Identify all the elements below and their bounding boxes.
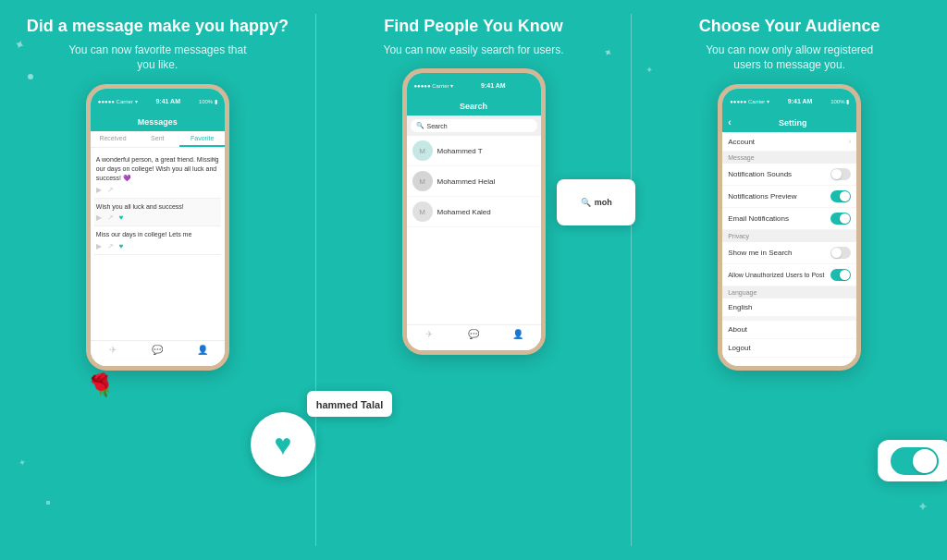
msg-text-3: Miss our days in college! Lets me: [96, 230, 219, 239]
notifications-preview-label: Notifications Preview: [728, 192, 796, 201]
allow-unauthorized-toggle[interactable]: [830, 269, 851, 281]
search-icon-sm: 🔍: [416, 122, 424, 129]
deco-p3-1: ✦: [646, 65, 653, 75]
battery-3: 100% ▮: [830, 98, 849, 104]
notification-sounds-toggle[interactable]: [830, 168, 851, 180]
main-layout: ✦ ✦ Did a message make you happy? You ca…: [0, 0, 947, 560]
allow-unauthorized-label: Allow Unauthorized Users to Post: [728, 272, 824, 278]
message-section-header: Message: [722, 152, 856, 164]
msg-body: A wonderful person, a great friend. Miss…: [91, 148, 225, 259]
msg-actions-1: ▶ ↗: [96, 186, 219, 194]
share-icon-3[interactable]: ↗: [107, 242, 114, 250]
msg-item-3: Miss our days in college! Lets me ▶ ↗ ♥: [94, 226, 221, 255]
privacy-section-header: Privacy: [722, 230, 856, 242]
account-label: Account: [728, 138, 755, 146]
language-english-item[interactable]: English: [722, 298, 856, 317]
show-in-search-item[interactable]: Show me in Search: [722, 242, 856, 264]
show-in-search-label: Show me in Search: [728, 249, 792, 257]
msg-tabs: Received Sent Favorite: [91, 131, 225, 148]
user-name-1: Mohammed T: [437, 147, 483, 155]
about-label: About: [728, 325, 747, 334]
status-bar-2: ●●●●● Carrier ▾ 9:41 AM: [407, 73, 541, 97]
panel-messages: ✦ ✦ Did a message make you happy? You ca…: [0, 0, 315, 560]
zoom-search-icon: 🔍: [581, 198, 591, 207]
play-icon-2[interactable]: ▶: [96, 213, 102, 222]
email-notifications-toggle[interactable]: [830, 213, 851, 225]
name-tag-overlay: hammed Talal: [307, 391, 393, 417]
avatar-1: M: [412, 140, 433, 161]
msg-screen-title: Messages: [91, 113, 225, 131]
panel1-subtitle: You can now favorite messages that you l…: [65, 43, 250, 74]
carrier-2: ●●●●● Carrier ▾: [414, 82, 454, 89]
time-2: 9:41 AM: [481, 82, 506, 89]
user-name-3: Mohamed Kaled: [437, 208, 491, 216]
share-icon-1[interactable]: ↗: [107, 186, 114, 194]
panel2-subtitle: You can now easily search for users.: [384, 43, 564, 58]
back-icon[interactable]: ‹: [728, 117, 731, 128]
msg-actions-3: ▶ ↗ ♥: [96, 242, 219, 250]
notification-sounds-item[interactable]: Notification Sounds: [722, 164, 856, 186]
user-item-2[interactable]: M Mohammed Helal: [407, 166, 541, 197]
msg-actions-2: ▶ ↗ ♥: [96, 213, 219, 222]
email-notifications-item[interactable]: Email Notifications: [722, 208, 856, 230]
heart-icon-2[interactable]: ♥: [119, 213, 124, 222]
notifications-preview-toggle[interactable]: [830, 190, 851, 202]
settings-title: Setting: [735, 118, 852, 128]
language-section-header: Language: [722, 286, 856, 298]
panel-search: ✦ Find People You Know You can now easil…: [316, 0, 632, 560]
carrier-3: ●●●●● Carrier ▾: [730, 98, 769, 104]
nav-compass[interactable]: ✈: [91, 345, 135, 362]
tab-received[interactable]: Received: [91, 131, 135, 147]
search-text: Search: [427, 123, 448, 129]
search-bar[interactable]: 🔍 Search: [411, 119, 537, 132]
nav-profile-2[interactable]: 👤: [496, 329, 540, 347]
status-bar-1: ●●●●● Carrier ▾ 9:41 AM 100% ▮: [91, 89, 225, 113]
search-bar-container: 🔍 Search: [407, 116, 541, 136]
user-item-3[interactable]: M Mohamed Kaled: [407, 197, 541, 227]
user-list: M Mohammed T M Mohammed Helal M Mohamed …: [407, 136, 541, 227]
settings-account[interactable]: Account ›: [722, 132, 856, 152]
name-tag-text: hammed Talal: [316, 399, 384, 410]
about-item[interactable]: About: [722, 321, 856, 339]
nav-profile[interactable]: 👤: [179, 345, 224, 362]
toggle-zoom-overlay: [878, 440, 947, 481]
avatar-3: M: [412, 201, 433, 222]
deco-1: ✦: [12, 35, 28, 53]
time-3: 9:41 AM: [788, 98, 813, 104]
time-1: 9:41 AM: [155, 98, 180, 104]
nav-messages[interactable]: 💬: [135, 345, 179, 362]
share-icon-2[interactable]: ↗: [107, 213, 114, 222]
play-icon-3[interactable]: ▶: [96, 242, 102, 250]
rose-emoji: 🌹: [84, 369, 119, 403]
zoom-search-text: moh: [595, 198, 612, 207]
account-arrow: ›: [848, 137, 851, 146]
settings-header: ‹ Setting: [722, 113, 856, 132]
msg-item-2: Wish you all luck and success! ▶ ↗ ♥: [94, 199, 221, 227]
big-toggle[interactable]: [891, 447, 939, 475]
tab-sent[interactable]: Sent: [135, 131, 179, 147]
notifications-preview-item[interactable]: Notifications Preview: [722, 186, 856, 208]
battery-1: 100% ▮: [199, 98, 217, 104]
tab-favorite[interactable]: Favorite: [179, 131, 224, 147]
nav-messages-2[interactable]: 💬: [451, 329, 496, 347]
big-heart-icon: ♥: [274, 428, 291, 462]
logout-label: Logout: [728, 344, 750, 352]
user-name-2: Mohammed Helal: [437, 177, 496, 186]
nav-compass-2[interactable]: ✈: [407, 329, 451, 347]
logout-item[interactable]: Logout: [722, 339, 856, 358]
show-in-search-toggle[interactable]: [830, 247, 851, 259]
play-icon-1[interactable]: ▶: [96, 186, 102, 194]
panel1-title: Did a message make you happy?: [27, 17, 289, 37]
iphone1: ●●●●● Carrier ▾ 9:41 AM 100% ▮ Messages …: [86, 84, 229, 371]
search-zoom-overlay: 🔍 moh: [557, 179, 635, 225]
carrier-1: ●●●●● Carrier ▾: [98, 98, 138, 104]
user-item-1[interactable]: M Mohammed T: [407, 136, 541, 166]
close-icon-1[interactable]: ✕: [211, 155, 217, 164]
language-english-label: English: [728, 303, 752, 311]
heart-icon-3[interactable]: ♥: [119, 242, 124, 250]
deco-2: [28, 74, 33, 79]
allow-unauthorized-item[interactable]: Allow Unauthorized Users to Post: [722, 264, 856, 286]
email-notifications-label: Email Notifications: [728, 214, 789, 223]
deco-p2-1: ✦: [601, 44, 616, 60]
phone1-container: ●●●●● Carrier ▾ 9:41 AM 100% ▮ Messages …: [9, 84, 306, 551]
